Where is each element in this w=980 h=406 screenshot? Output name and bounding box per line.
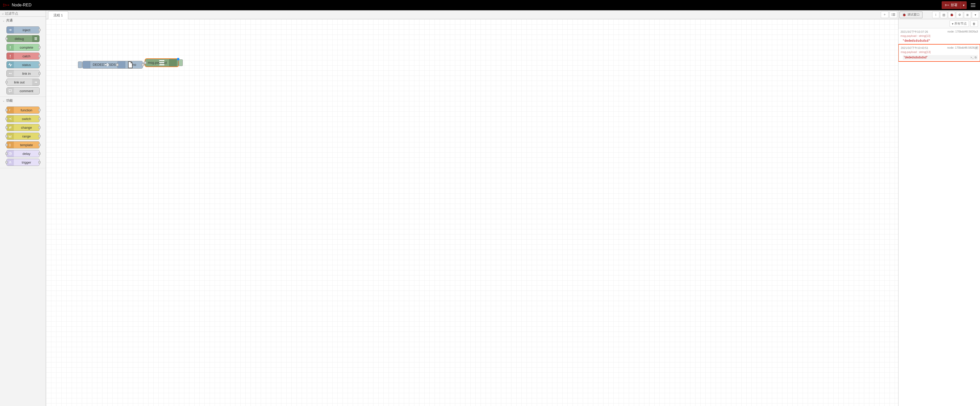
node-port-left (5, 38, 8, 40)
debug-filter-label: 所有节点 (955, 21, 967, 26)
palette-node-comment[interactable]: comment (6, 87, 40, 94)
copy-icon[interactable]: ⧉ (975, 56, 977, 59)
flow-node-port-left[interactable] (116, 64, 119, 66)
main-menu-button[interactable] (969, 1, 977, 10)
flow-node-button[interactable] (78, 61, 82, 68)
debug-topic: msg.payload : string[13] (901, 50, 978, 53)
palette-category-header[interactable]: ⌄功能 (0, 97, 46, 104)
node-port-right (38, 153, 41, 155)
svg-rect-10 (10, 48, 11, 49)
pin-icon[interactable]: >_ (970, 56, 974, 59)
palette-category-header[interactable]: ⌄共通 (0, 17, 46, 24)
sidebar-tab-config[interactable]: ⚙ (956, 11, 963, 18)
palette-node-inject[interactable]: inject (6, 26, 40, 34)
deploy-icon (945, 3, 949, 7)
deploy-caret[interactable]: ▾ (961, 1, 967, 9)
debug-message[interactable]: 2021/3/2下午10:37:26node: 170bdd48.5826a3m… (899, 29, 980, 44)
node-port-right (38, 64, 41, 66)
delay-icon (6, 150, 14, 157)
palette-node-delay[interactable]: delay (6, 150, 40, 157)
palette-node-linkin[interactable]: link in (6, 70, 40, 77)
palette-sidebar: ⌕ ⌄共通injectdebugcompletecatchstatuslink … (0, 11, 46, 406)
node-port-left (5, 144, 8, 146)
sidebar-tab-debug2[interactable]: 🐞 (948, 11, 955, 18)
flow-node-n2[interactable]: demo (117, 61, 143, 69)
tab-list-button[interactable] (889, 11, 897, 18)
palette-node-label: link out (6, 80, 32, 84)
bug-icon: 🐞 (902, 13, 906, 17)
app-title: Node-RED (12, 3, 32, 7)
palette-node-label: link in (14, 72, 39, 75)
sidebar-tab-debug-label: 调试窗口 (907, 13, 920, 17)
palette-node-function[interactable]: ffunction (6, 107, 40, 113)
svg-point-1 (3, 5, 4, 6)
node-port-left (5, 153, 8, 155)
palette-category-label: 共通 (6, 18, 13, 23)
debug-clear-button[interactable]: 🗑 (970, 21, 978, 27)
palette-node-debug[interactable]: debug (6, 35, 40, 42)
palette-node-trigger[interactable]: trigger (6, 159, 40, 166)
chevron-down-icon: ⌄ (3, 19, 5, 22)
flow-node-n3[interactable]: msg.payload (145, 59, 178, 67)
deploy-button-main[interactable]: 部署 (942, 3, 961, 7)
palette-node-status[interactable]: status (6, 61, 40, 68)
deploy-button[interactable]: 部署 ▾ (942, 1, 967, 9)
palette-category-label: 功能 (6, 98, 13, 103)
palette-node-linkout[interactable]: link out (6, 78, 40, 86)
debug-msg-caret[interactable]: ▾ (975, 46, 978, 50)
flow-canvas[interactable]: DEDEDSDSDSDSDdemomsg.payload (46, 19, 898, 406)
debug-node-name[interactable]: node: 170bdd48.5826a3 (948, 30, 978, 34)
bang-icon (6, 44, 14, 51)
svg-rect-20 (892, 14, 892, 15)
arrow-icon (6, 27, 14, 33)
change-icon (6, 124, 14, 131)
svg-rect-7 (35, 38, 37, 39)
debug-timestamp: 2021/3/2下午10:37:26 (900, 30, 928, 34)
palette-search-input[interactable] (5, 11, 44, 15)
sidebar-tabs: 🐞 调试窗口 i ▤ 🐞 ⚙ ≣ ▾ (899, 11, 980, 19)
palette-node-catch[interactable]: catch (6, 53, 40, 60)
sidebar-tab-context[interactable]: ≣ (964, 11, 971, 18)
workspace-tab[interactable]: 流程 1 (48, 11, 68, 19)
svg-point-5 (948, 5, 949, 6)
add-tab-button[interactable]: ＋ (881, 11, 888, 18)
node-port-right (38, 46, 41, 49)
palette-node-label: function (14, 108, 39, 112)
palette-node-label: trigger (14, 160, 39, 165)
sidebar-tab-debug[interactable]: 🐞 调试窗口 (899, 11, 923, 18)
sidebar-tab-caret[interactable]: ▾ (972, 11, 979, 18)
palette-node-range[interactable]: range (6, 133, 40, 140)
debug-message-list: 2021/3/2下午10:37:26node: 170bdd48.5826a3m… (899, 29, 980, 406)
palette-node-label: template (14, 143, 39, 147)
svg-text:f: f (9, 109, 10, 112)
flow-node-button[interactable] (179, 59, 183, 66)
debug-node-name[interactable]: node: 170bdd48.5826a3 (947, 46, 978, 50)
palette-search[interactable]: ⌕ (0, 11, 46, 17)
debug-toolbar: ▾ 所有节点 🗑 (899, 19, 980, 29)
right-sidebar: 🐞 调试窗口 i ▤ 🐞 ⚙ ≣ ▾ ▾ 所有节点 🗑 2021/3/2下午10… (898, 11, 980, 406)
palette-node-template[interactable]: {}template (6, 141, 40, 149)
palette-node-label: change (14, 126, 39, 129)
node-port-right (38, 29, 41, 31)
sidebar-tab-info[interactable]: i (932, 11, 939, 18)
funnel-icon: ▾ (952, 22, 953, 26)
deploy-label: 部署 (951, 3, 958, 7)
flow-node-port-left[interactable] (144, 61, 146, 64)
node-port-left (5, 109, 8, 111)
svg-rect-18 (892, 13, 892, 14)
palette-node-change[interactable]: change (6, 124, 40, 131)
node-port-right (38, 118, 41, 120)
debug-filter-button[interactable]: ▾ 所有节点 (950, 21, 969, 27)
palette-node-switch[interactable]: switch (6, 115, 40, 122)
hamburger-icon (971, 3, 975, 7)
palette-node-label: debug (6, 37, 32, 41)
palette-node-label: inject (14, 28, 39, 32)
palette-node-label: catch (14, 54, 39, 58)
svg-rect-23 (892, 15, 895, 16)
svg-rect-21 (892, 14, 895, 15)
sidebar-tab-help[interactable]: ▤ (940, 11, 947, 18)
debug-message[interactable]: 2021/3/2下午10:43:51node: 170bdd48.5826a3▾… (899, 44, 980, 62)
workspace-tab-bar: 流程 1 ＋ (46, 11, 898, 19)
palette-node-complete[interactable]: complete (6, 44, 40, 51)
svg-point-4 (945, 5, 946, 6)
